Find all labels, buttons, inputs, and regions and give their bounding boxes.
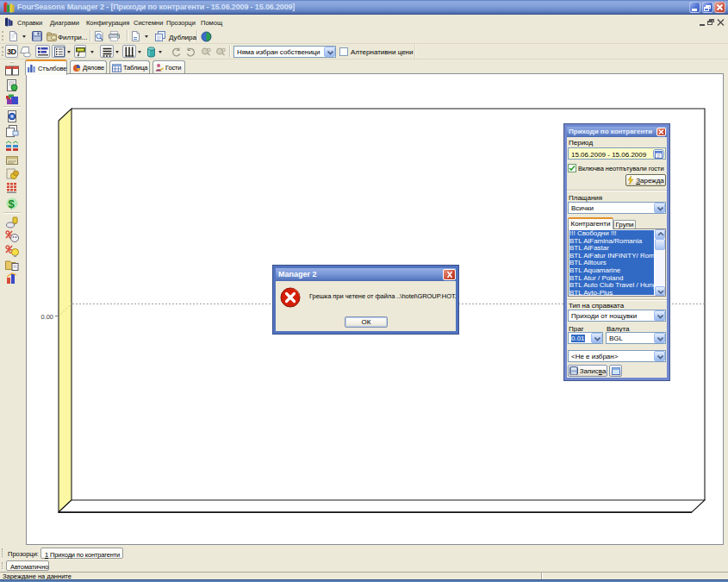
svg-text:0.00: 0.00 bbox=[40, 313, 53, 321]
svg-text:$: $ bbox=[9, 197, 16, 210]
